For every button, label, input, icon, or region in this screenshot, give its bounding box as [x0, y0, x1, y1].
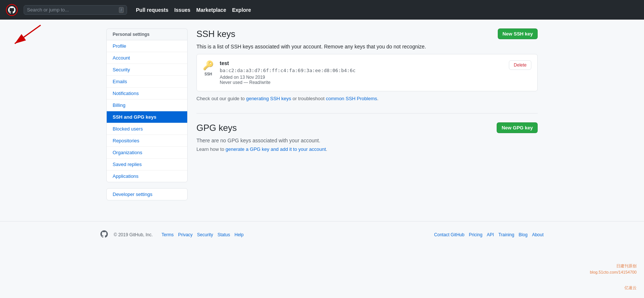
footer-right-links: Contact GitHub Pricing API Training Blog…: [434, 232, 544, 237]
footer-inner: © 2019 GitHub, Inc. Terms Privacy Securi…: [100, 230, 544, 239]
gpg-learn-text: Learn how to generate a GPG key and add …: [196, 146, 538, 152]
ssh-section-title: SSH keys: [196, 29, 235, 39]
sidebar-item-notifications[interactable]: Notifications: [107, 88, 187, 99]
sidebar-link-blocked-users[interactable]: Blocked users: [107, 123, 187, 135]
sidebar-link-repositories[interactable]: Repositories: [107, 135, 187, 147]
sidebar-link-developer-settings[interactable]: Developer settings: [107, 189, 187, 200]
key-added: Added on 13 Nov 2019: [220, 75, 503, 80]
sidebar-link-emails[interactable]: Emails: [107, 76, 187, 88]
sidebar-item-security[interactable]: Security: [107, 64, 187, 76]
footer-links: Terms Privacy Security Status Help: [162, 232, 431, 237]
sidebar-list: Profile Account Security Emails Notifica…: [106, 40, 188, 182]
sidebar-link-notifications[interactable]: Notifications: [107, 88, 187, 99]
sidebar-item-ssh-gpg[interactable]: SSH and GPG keys: [107, 111, 187, 123]
sidebar-item-organizations[interactable]: Organizations: [107, 147, 187, 159]
sidebar-item-repositories[interactable]: Repositories: [107, 135, 187, 147]
gpg-section-header: GPG keys New GPG key: [196, 122, 538, 133]
generating-ssh-keys-link[interactable]: generating SSH keys: [246, 96, 291, 101]
page-wrapper: Personal settings Profile Account Securi…: [100, 20, 544, 209]
helper-text-prefix: Check out our guide to: [196, 96, 246, 101]
footer-link-pricing[interactable]: Pricing: [469, 232, 483, 237]
gpg-generate-link[interactable]: generate a GPG key and add it to your ac…: [226, 146, 326, 152]
footer-github-logo: [100, 230, 108, 239]
gpg-learn-prefix: Learn how to: [196, 146, 226, 152]
sidebar-link-ssh-gpg[interactable]: SSH and GPG keys: [107, 111, 187, 123]
nav-explore[interactable]: Explore: [232, 7, 251, 13]
sidebar-link-account[interactable]: Account: [107, 52, 187, 64]
footer-link-contact-github[interactable]: Contact GitHub: [434, 232, 465, 237]
search-box[interactable]: /: [24, 5, 127, 15]
new-gpg-key-button[interactable]: New GPG key: [497, 122, 538, 133]
key-info: test ba:c2:da:a3:d7:6f:ff:c4:fa:69:3a:ee…: [220, 60, 503, 85]
sidebar-item-profile[interactable]: Profile: [107, 40, 187, 52]
nav-marketplace[interactable]: Marketplace: [196, 7, 226, 13]
footer-link-status[interactable]: Status: [217, 232, 230, 237]
search-input[interactable]: [27, 7, 117, 13]
sidebar-item-account[interactable]: Account: [107, 52, 187, 64]
sidebar-link-organizations[interactable]: Organizations: [107, 147, 187, 159]
new-ssh-key-button[interactable]: New SSH key: [498, 28, 538, 39]
ssh-section-header: SSH keys New SSH key: [196, 28, 538, 39]
sidebar-link-saved-replies[interactable]: Saved replies: [107, 159, 187, 170]
sidebar-item-saved-replies[interactable]: Saved replies: [107, 159, 187, 170]
nav-pull-requests[interactable]: Pull requests: [136, 7, 168, 13]
footer-link-privacy[interactable]: Privacy: [178, 232, 192, 237]
footer-link-security[interactable]: Security: [197, 232, 213, 237]
nav-issues[interactable]: Issues: [174, 7, 191, 13]
gpg-learn-end: .: [326, 146, 328, 152]
footer-link-help[interactable]: Help: [234, 232, 244, 237]
section-divider: [196, 113, 538, 114]
navbar: / Pull requests Issues Marketplace Explo…: [0, 0, 644, 20]
sidebar-item-billing[interactable]: Billing: [107, 99, 187, 111]
key-fingerprint: ba:c2:da:a3:d7:6f:ff:c4:fa:69:3a:ee:d8:0…: [220, 68, 503, 73]
common-ssh-problems-link[interactable]: common SSH Problems: [326, 96, 377, 101]
footer-link-training[interactable]: Training: [499, 232, 514, 237]
ssh-keys-section: SSH keys New SSH key This is a list of S…: [196, 28, 538, 101]
sidebar: Personal settings Profile Account Securi…: [106, 28, 188, 200]
footer-link-blog[interactable]: Blog: [519, 232, 528, 237]
sidebar-developer[interactable]: Developer settings: [106, 188, 188, 200]
sidebar-link-profile[interactable]: Profile: [107, 40, 187, 52]
kbd-slash: /: [119, 7, 124, 13]
key-icon-area: 🔑 SSH: [203, 60, 214, 76]
ssh-type-label: SSH: [205, 72, 212, 76]
sidebar-link-billing[interactable]: Billing: [107, 99, 187, 111]
gpg-section-title: GPG keys: [196, 123, 237, 133]
sidebar-link-security[interactable]: Security: [107, 64, 187, 76]
ssh-key-card: 🔑 SSH test ba:c2:da:a3:d7:6f:ff:c4:fa:69…: [196, 54, 538, 91]
helper-text-end: .: [377, 96, 378, 101]
sidebar-section-title: Personal settings: [106, 28, 188, 40]
key-usage: Never used — Read/write: [220, 80, 503, 85]
main-content: SSH keys New SSH key This is a list of S…: [196, 28, 538, 200]
sidebar-item-blocked-users[interactable]: Blocked users: [107, 123, 187, 135]
footer-copyright: © 2019 GitHub, Inc.: [114, 232, 153, 237]
nav-links: Pull requests Issues Marketplace Explore: [136, 7, 251, 13]
svg-line-1: [15, 25, 41, 44]
github-logo[interactable]: [6, 4, 18, 16]
sidebar-link-applications[interactable]: Applications: [107, 170, 187, 182]
footer: © 2019 GitHub, Inc. Terms Privacy Securi…: [0, 221, 644, 248]
sidebar-item-applications[interactable]: Applications: [107, 170, 187, 182]
footer-link-about[interactable]: About: [532, 232, 544, 237]
ssh-section-desc: This is a list of SSH keys associated wi…: [196, 44, 538, 50]
arrow-annotation: [7, 21, 52, 74]
footer-link-terms[interactable]: Terms: [162, 232, 174, 237]
gpg-empty-text: There are no GPG keys associated with yo…: [196, 138, 538, 143]
helper-text-middle: or troubleshoot: [291, 96, 326, 101]
key-name: test: [220, 60, 503, 66]
delete-ssh-key-button[interactable]: Delete: [509, 60, 531, 70]
key-icon: 🔑: [203, 60, 214, 71]
gpg-keys-section: GPG keys New GPG key There are no GPG ke…: [196, 122, 538, 152]
sidebar-item-emails[interactable]: Emails: [107, 76, 187, 88]
footer-link-api[interactable]: API: [487, 232, 494, 237]
ssh-helper-text: Check out our guide to generating SSH ke…: [196, 96, 538, 101]
